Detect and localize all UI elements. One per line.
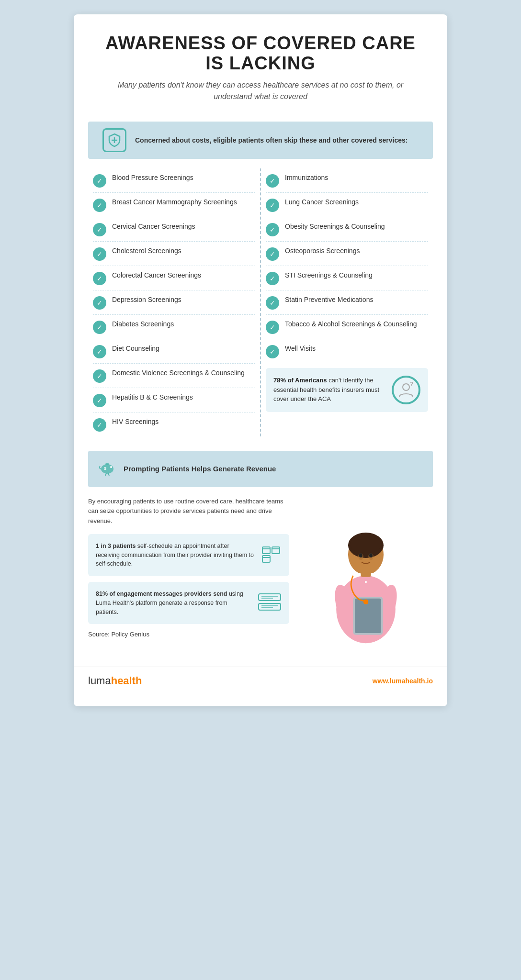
service-label: Lung Cancer Screenings bbox=[285, 198, 359, 207]
service-item-left: ✓ Diabetes Screenings bbox=[93, 315, 255, 339]
svg-line-7 bbox=[105, 473, 106, 476]
svg-rect-16 bbox=[259, 594, 281, 601]
service-label: Cholesterol Screenings bbox=[112, 246, 181, 256]
service-label: HIV Screenings bbox=[112, 417, 159, 427]
service-label: Depression Screenings bbox=[112, 295, 181, 305]
service-item-right: ✓ Well Visits bbox=[266, 339, 428, 363]
service-label: Colorectal Cancer Screenings bbox=[112, 271, 201, 280]
check-icon: ✓ bbox=[266, 174, 279, 188]
check-icon: ✓ bbox=[93, 223, 106, 236]
stat-bold: 78% of Americans bbox=[273, 377, 327, 384]
nurse-illustration-area bbox=[299, 497, 433, 648]
svg-rect-37 bbox=[361, 569, 371, 577]
services-col-right: ✓ Immunizations ✓ Lung Cancer Screenings… bbox=[261, 168, 433, 436]
check-icon: ✓ bbox=[266, 321, 279, 334]
section2: $ Prompting Patients Helps Generate Reve… bbox=[74, 446, 447, 657]
message-icon bbox=[258, 592, 282, 614]
service-item-right: ✓ Statin Preventive Medications bbox=[266, 290, 428, 315]
check-icon: ✓ bbox=[266, 272, 279, 285]
service-item-left: ✓ Domestic Violence Screenings & Counsel… bbox=[93, 364, 255, 388]
service-label: Diet Counseling bbox=[112, 344, 159, 354]
services-columns: ✓ Blood Pressure Screenings ✓ Breast Can… bbox=[88, 168, 433, 436]
service-label: STI Screenings & Counseling bbox=[285, 271, 373, 280]
svg-point-4 bbox=[101, 464, 113, 474]
section2-intro: By encouraging patients to use routine c… bbox=[88, 497, 289, 526]
main-subtitle: Many patients don't know they can access… bbox=[102, 79, 419, 102]
service-item-left: ✓ Diet Counseling bbox=[93, 339, 255, 364]
service-item-left: ✓ Colorectal Cancer Screenings bbox=[93, 266, 255, 290]
service-item-left: ✓ Hepatitis B & C Screenings bbox=[93, 388, 255, 412]
shield-cross-icon bbox=[102, 128, 126, 152]
services-col-left: ✓ Blood Pressure Screenings ✓ Breast Can… bbox=[88, 168, 261, 436]
svg-point-5 bbox=[110, 466, 112, 468]
svg-text:$: $ bbox=[104, 466, 106, 471]
service-label: Tobacco & Alcohol Screenings & Counselin… bbox=[285, 320, 417, 329]
svg-rect-26 bbox=[355, 599, 381, 633]
section2-banner: $ Prompting Patients Helps Generate Reve… bbox=[88, 451, 433, 487]
check-icon: ✓ bbox=[266, 296, 279, 310]
logo-health: health bbox=[111, 675, 142, 687]
header: AWARENESS OF COVERED CARE IS LACKING Man… bbox=[74, 14, 447, 112]
calendar-icon bbox=[260, 543, 282, 568]
check-icon: ✓ bbox=[93, 247, 106, 261]
service-item-right: ✓ Immunizations bbox=[266, 168, 428, 193]
service-label: Immunizations bbox=[285, 173, 328, 183]
check-icon: ✓ bbox=[93, 369, 106, 383]
service-label: Statin Preventive Medications bbox=[285, 295, 373, 305]
svg-point-33 bbox=[369, 554, 373, 558]
service-item-right: ✓ Obesity Screenings & Counseling bbox=[266, 217, 428, 242]
nurse-illustration bbox=[304, 504, 428, 647]
person-question-icon: ? bbox=[392, 376, 420, 404]
info-card-2-bold: 81% of engagement messages providers sen… bbox=[96, 590, 227, 597]
service-item-left: ✓ HIV Screenings bbox=[93, 412, 255, 436]
check-icon: ✓ bbox=[93, 296, 106, 310]
service-item-left: ✓ Cervical Cancer Screenings bbox=[93, 217, 255, 242]
service-item-left: ✓ Breast Cancer Mammography Screenings bbox=[93, 193, 255, 217]
service-label: Domestic Violence Screenings & Counselin… bbox=[112, 368, 245, 378]
svg-point-32 bbox=[359, 554, 362, 558]
source-text: Source: Policy Genius bbox=[88, 630, 289, 640]
footer-url: www.lumahealth.io bbox=[373, 677, 433, 685]
services-section: ✓ Blood Pressure Screenings ✓ Breast Can… bbox=[74, 164, 447, 446]
svg-point-34 bbox=[363, 600, 369, 605]
check-icon: ✓ bbox=[266, 199, 279, 212]
section2-left: By encouraging patients to use routine c… bbox=[88, 497, 289, 648]
svg-point-2 bbox=[403, 384, 409, 390]
service-item-right: ✓ STI Screenings & Counseling bbox=[266, 266, 428, 290]
service-item-left: ✓ Cholesterol Screenings bbox=[93, 242, 255, 266]
stat-box: 78% of Americans can't identify the esse… bbox=[266, 368, 428, 412]
svg-rect-10 bbox=[262, 547, 270, 554]
svg-rect-11 bbox=[272, 547, 280, 554]
logo-luma: luma bbox=[88, 675, 111, 687]
check-icon: ✓ bbox=[93, 345, 106, 358]
info-card-1-text: 1 in 3 patients self-schedule an appoint… bbox=[96, 542, 254, 568]
service-label: Blood Pressure Screenings bbox=[112, 173, 193, 183]
info-card-2-text: 81% of engagement messages providers sen… bbox=[96, 590, 251, 616]
svg-point-29 bbox=[350, 536, 382, 553]
info-card-1: 1 in 3 patients self-schedule an appoint… bbox=[88, 534, 289, 576]
service-item-right: ✓ Tobacco & Alcohol Screenings & Counsel… bbox=[266, 315, 428, 339]
check-icon: ✓ bbox=[266, 223, 279, 236]
check-icon: ✓ bbox=[266, 345, 279, 358]
check-icon: ✓ bbox=[93, 418, 106, 432]
service-label: Diabetes Screenings bbox=[112, 320, 174, 329]
service-label: Well Visits bbox=[285, 344, 316, 354]
main-card: AWARENESS OF COVERED CARE IS LACKING Man… bbox=[74, 14, 447, 706]
info-card-2: 81% of engagement messages providers sen… bbox=[88, 582, 289, 624]
check-icon: ✓ bbox=[93, 394, 106, 407]
service-item-left: ✓ Blood Pressure Screenings bbox=[93, 168, 255, 193]
info-card-1-bold: 1 in 3 patients bbox=[96, 543, 136, 549]
service-item-right: ✓ Lung Cancer Screenings bbox=[266, 193, 428, 217]
svg-rect-19 bbox=[259, 603, 281, 610]
service-label: Breast Cancer Mammography Screenings bbox=[112, 198, 237, 207]
check-icon: ✓ bbox=[93, 272, 106, 285]
footer: lumahealth www.lumahealth.io bbox=[74, 667, 447, 687]
piggy-bank-icon: $ bbox=[98, 457, 117, 480]
luma-health-logo: lumahealth bbox=[88, 675, 142, 687]
service-item-left: ✓ Depression Screenings bbox=[93, 290, 255, 315]
service-label: Osteoporosis Screenings bbox=[285, 246, 360, 256]
svg-text:?: ? bbox=[410, 381, 413, 388]
service-label: Hepatitis B & C Screenings bbox=[112, 393, 193, 402]
svg-rect-6 bbox=[105, 463, 109, 465]
main-title: AWARENESS OF COVERED CARE IS LACKING bbox=[102, 33, 419, 74]
